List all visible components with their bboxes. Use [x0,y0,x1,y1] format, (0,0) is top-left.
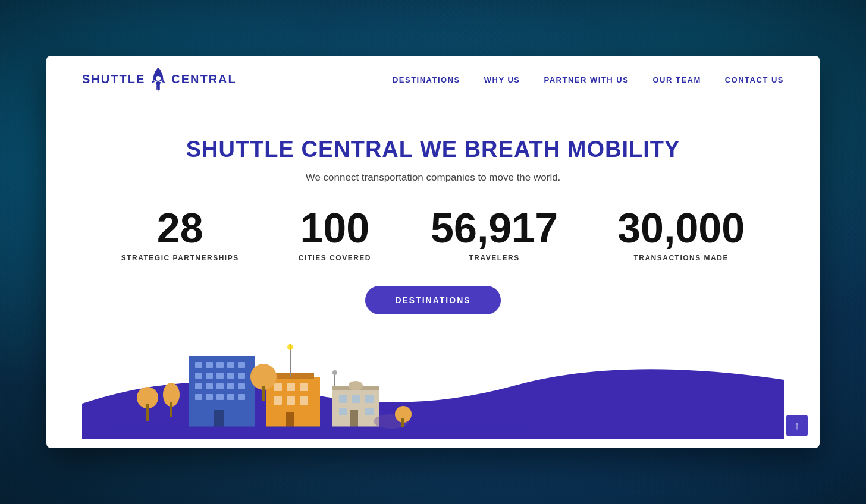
navbar: SHUTTLE CENTRAL DESTINATIONS WHY US [46,56,820,103]
svg-rect-22 [227,383,234,389]
stat-partnerships: 28 STRATEGIC PARTNERSHIPS [92,207,269,262]
svg-rect-31 [272,373,314,379]
svg-rect-54 [112,426,528,429]
svg-rect-5 [146,404,149,421]
nav-link-destinations[interactable]: DESTINATIONS [393,75,460,84]
svg-rect-38 [286,412,294,427]
svg-rect-18 [238,373,245,379]
svg-rect-26 [216,394,224,400]
arrow-up-icon: ↑ [795,420,800,432]
svg-rect-43 [339,395,347,403]
stat-label-travelers: TRAVELERS [469,254,519,262]
nav-item-team[interactable]: OUR TEAM [652,74,701,85]
svg-rect-24 [195,394,202,400]
svg-rect-12 [227,362,234,368]
stat-number-travelers: 56,917 [431,207,558,249]
nav-link-contact[interactable]: CONTACT US [725,75,784,84]
stat-cities: 100 CITIES COVERED [269,207,401,262]
svg-rect-45 [365,395,374,403]
stat-number-transactions: 30,000 [617,207,745,249]
svg-rect-46 [339,408,347,415]
svg-rect-47 [365,408,374,415]
nav-item-partner[interactable]: PARTNER WITH US [544,74,629,85]
stat-number-cities: 100 [300,207,369,249]
svg-rect-57 [401,418,404,427]
nav-item-why-us[interactable]: WHY US [484,74,520,85]
stat-number-partnerships: 28 [157,207,203,249]
svg-rect-21 [216,383,224,389]
svg-rect-11 [216,362,224,368]
svg-rect-16 [216,373,224,379]
svg-point-51 [332,370,337,375]
nav-link-why-us[interactable]: WHY US [484,75,520,84]
svg-rect-36 [287,396,295,405]
svg-rect-35 [274,396,282,405]
svg-rect-29 [214,410,224,427]
svg-rect-14 [195,373,202,379]
stats-container: 28 STRATEGIC PARTNERSHIPS 100 CITIES COV… [82,207,784,262]
browser-window: SHUTTLE CENTRAL DESTINATIONS WHY US [46,56,820,448]
svg-rect-9 [195,362,202,368]
svg-point-53 [287,344,293,350]
city-illustration [82,332,784,439]
destinations-cta-button[interactable]: DESTINATIONS [365,286,500,314]
stat-transactions: 30,000 TRANSACTIONS MADE [588,207,774,262]
buildings-svg [112,344,528,439]
svg-rect-44 [352,395,360,403]
logo[interactable]: SHUTTLE CENTRAL [82,67,237,93]
svg-rect-37 [300,396,308,405]
logo-icon [148,67,169,93]
svg-rect-15 [206,373,213,379]
scroll-top-button[interactable]: ↑ [786,415,808,436]
svg-point-49 [349,381,363,390]
svg-rect-48 [350,410,358,427]
nav-item-destinations[interactable]: DESTINATIONS [393,74,460,85]
nav-link-team[interactable]: OUR TEAM [652,75,701,84]
logo-text-left: SHUTTLE [82,73,145,86]
svg-rect-20 [206,383,213,389]
stat-label-transactions: TRANSACTIONS MADE [633,254,729,262]
svg-rect-7 [170,402,172,417]
svg-rect-34 [300,383,308,391]
svg-rect-13 [238,362,245,368]
svg-rect-19 [195,383,202,389]
nav-links: DESTINATIONS WHY US PARTNER WITH US OUR … [393,74,784,85]
nav-link-partner[interactable]: PARTNER WITH US [544,75,629,84]
svg-rect-17 [227,373,234,379]
svg-rect-40 [262,386,265,401]
logo-text-right: CENTRAL [171,73,237,86]
svg-point-0 [156,76,161,81]
hero-subtitle: We connect transportation companies to m… [306,172,561,184]
svg-rect-23 [238,383,245,389]
svg-rect-32 [274,383,282,391]
stat-label-partnerships: STRATEGIC PARTNERSHIPS [121,254,239,262]
stat-travelers: 56,917 TRAVELERS [401,207,588,262]
nav-item-contact[interactable]: CONTACT US [725,74,784,85]
svg-rect-33 [287,383,295,391]
svg-rect-27 [227,394,234,400]
hero-title: SHUTTLE CENTRAL WE BREATH MOBILITY [186,137,680,162]
hero-section: SHUTTLE CENTRAL WE BREATH MOBILITY We co… [46,103,820,448]
stat-label-cities: CITIES COVERED [299,254,371,262]
svg-rect-10 [206,362,213,368]
svg-rect-28 [238,394,245,400]
svg-rect-25 [206,394,213,400]
